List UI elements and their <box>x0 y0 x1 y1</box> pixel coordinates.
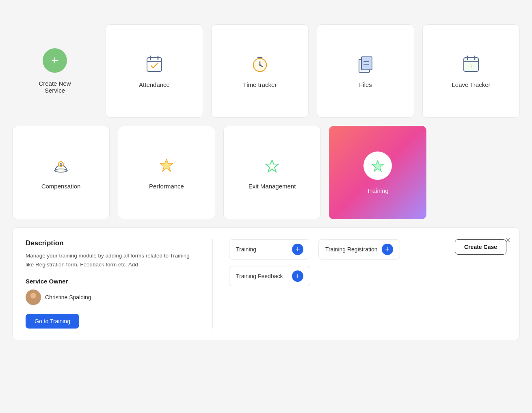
service-owner-label: Service Owner <box>26 278 196 285</box>
card-time-tracker[interactable]: Time tracker <box>211 24 309 118</box>
row2: $ Compensation Performance <box>12 126 520 219</box>
description-text: Manage your training module by adding al… <box>26 251 196 269</box>
form-item-training: Training + <box>229 239 310 259</box>
form-item-training-registration: Training Registration + <box>318 239 400 259</box>
training-star-circle <box>363 151 392 180</box>
page-container: + Create New Service Attendance <box>0 0 532 357</box>
form-training-label: Training <box>236 246 288 253</box>
card-leave-tracker[interactable]: ! Leave Tracker <box>422 24 520 118</box>
files-icon <box>356 54 375 74</box>
card-exit-management-label: Exit Management <box>249 183 296 190</box>
performance-icon <box>157 156 176 175</box>
owner-avatar <box>26 290 41 305</box>
card-training-label: Training <box>367 187 389 194</box>
svg-text:!: ! <box>470 63 472 69</box>
clock-icon <box>250 54 270 74</box>
card-files[interactable]: Files <box>317 24 414 118</box>
cards-grid: + Create New Service Attendance <box>12 24 520 340</box>
card-attendance-label: Attendance <box>139 81 170 88</box>
owner-name: Christine Spalding <box>45 294 91 301</box>
training-icon-wrapper <box>363 151 392 180</box>
attendance-icon <box>145 54 164 74</box>
create-icon-wrapper: + <box>43 48 67 73</box>
card-exit-management[interactable]: Exit Management <box>223 126 321 219</box>
card-create-new-service[interactable]: + Create New Service <box>12 24 97 118</box>
panel-divider <box>212 239 213 329</box>
detail-panel: × Description Manage your training modul… <box>12 227 520 340</box>
exit-icon <box>262 156 282 175</box>
panel-right: Training + Training Registration + Creat… <box>229 239 506 286</box>
card-time-tracker-label: Time tracker <box>243 81 277 88</box>
card-performance-label: Performance <box>149 183 184 190</box>
description-title: Description <box>26 239 196 247</box>
leave-icon: ! <box>461 54 481 74</box>
card-performance[interactable]: Performance <box>118 126 215 219</box>
svg-text:$: $ <box>60 162 62 166</box>
form-training-feedback-label: Training Feedback <box>236 273 288 279</box>
card-files-label: Files <box>359 81 372 88</box>
create-case-button[interactable]: Create Case <box>455 239 506 255</box>
row1: + Create New Service Attendance <box>12 24 520 118</box>
card-compensation-label: Compensation <box>41 183 81 190</box>
svg-point-9 <box>259 64 261 66</box>
svg-point-23 <box>30 293 36 298</box>
forms-row-2: Training Feedback + <box>229 266 506 286</box>
create-plus-icon: + <box>43 48 67 73</box>
panel-left: Description Manage your training module … <box>26 239 196 329</box>
svg-rect-11 <box>361 57 372 70</box>
card-create-label: Create New Service <box>39 80 71 94</box>
compensation-icon: $ <box>51 156 71 175</box>
add-training-button[interactable]: + <box>292 244 303 255</box>
svg-point-19 <box>54 169 67 172</box>
card-compensation[interactable]: $ Compensation <box>12 126 110 219</box>
form-item-training-feedback: Training Feedback + <box>229 266 310 286</box>
add-training-feedback-button[interactable]: + <box>292 270 303 282</box>
add-training-registration-button[interactable]: + <box>382 244 393 255</box>
svg-rect-0 <box>147 58 162 71</box>
card-training[interactable]: Training <box>329 126 426 219</box>
forms-row-1: Training + Training Registration + Creat… <box>229 239 506 259</box>
card-leave-tracker-label: Leave Tracker <box>452 81 490 88</box>
form-training-registration-label: Training Registration <box>325 246 378 253</box>
goto-training-button[interactable]: Go to Training <box>26 314 79 329</box>
owner-row: Christine Spalding <box>26 290 196 305</box>
close-button[interactable]: × <box>505 235 510 246</box>
card-attendance[interactable]: Attendance <box>106 24 203 118</box>
